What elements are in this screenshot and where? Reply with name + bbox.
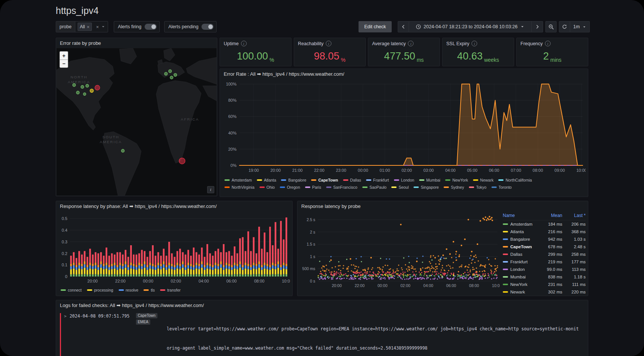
chevron-down-icon[interactable] [101, 24, 105, 29]
legend-item-newyork[interactable]: NewYork [445, 178, 468, 182]
info-icon[interactable]: i [408, 41, 414, 46]
probe-name-cell[interactable]: London [503, 267, 540, 272]
svg-text:03:00: 03:00 [423, 168, 433, 173]
table-row-amsterdam[interactable]: Amsterdam184 ms206 ms [503, 220, 586, 228]
column-header-mean[interactable]: Mean [540, 213, 562, 218]
legend-item-seoul[interactable]: Seoul [391, 185, 409, 189]
legend-item-newark[interactable]: Newark [473, 178, 494, 182]
stat-unit: % [341, 57, 345, 64]
probe-name-cell[interactable]: Frankfurt [503, 260, 540, 264]
legend-item-atlanta[interactable]: Atlanta [257, 178, 276, 182]
legend-item-tokyo[interactable]: Tokyo [469, 185, 486, 189]
log-expand-icon[interactable]: > [64, 313, 67, 356]
alerts-firing-toggle[interactable] [145, 24, 157, 30]
error-rate-chart[interactable]: 19:0020:0021:0022:0023:0000:0001:0002:00… [222, 79, 586, 174]
legend-item-oregon[interactable]: Oregon [280, 185, 300, 189]
legend-item-singapore[interactable]: Singapore [414, 185, 439, 189]
magnifier-minus-icon [548, 24, 554, 30]
probe-name-cell[interactable]: Newark [503, 290, 540, 294]
probe-name: Dallas [510, 252, 522, 257]
zoom-out-time-button[interactable] [545, 21, 557, 32]
refresh-button[interactable] [559, 21, 570, 32]
log-entry[interactable]: > 2024-04-08 09:07:51.795 CapeTownEMEA l… [60, 313, 585, 356]
legend-item-capetown[interactable]: CapeTown [311, 178, 338, 182]
stat-title: Uptime [224, 41, 239, 46]
table-row-london[interactable]: London99.0 ms113 ms [503, 266, 586, 273]
edit-check-button[interactable]: Edit check [359, 21, 392, 32]
legend-item-mumbai[interactable]: Mumbai [419, 178, 440, 182]
stat-title: Average latency [372, 41, 406, 46]
svg-text:00:00: 00:00 [143, 279, 153, 283]
legend-item-sanfrancisco[interactable]: SanFrancisco [326, 185, 357, 189]
stat-title: Frequency [520, 41, 543, 46]
latency-by-probe-chart[interactable]: 0 s500 ms1 s1.5 s2 s2.5 s20:0022:0000:00… [300, 211, 500, 292]
legend-item-amsterdam[interactable]: Amsterdam [224, 178, 252, 182]
alerts-pending-toggle[interactable] [201, 24, 214, 30]
table-row-atlanta[interactable]: Atlanta216 ms368 ms [503, 228, 586, 235]
latency-by-phase-chart[interactable]: 00.10.20.30.40.520:0022:0000:0002:0004:0… [58, 211, 290, 285]
probe-filter-value-chip[interactable]: All × [78, 23, 92, 31]
table-row-dallas[interactable]: Dallas299 ms258 ms [503, 251, 586, 258]
probe-name-cell[interactable]: NewYork [503, 282, 540, 287]
time-shift-back-button[interactable] [398, 21, 409, 32]
probe-name-cell[interactable]: Amsterdam [503, 222, 540, 226]
series-color-marker [224, 186, 230, 188]
legend-item-tls[interactable]: tls [143, 288, 155, 292]
alerts-firing-filter[interactable]: Alerts firing [114, 21, 160, 32]
map-zoom-out-button[interactable]: − [60, 60, 68, 68]
time-shift-forward-button[interactable] [532, 21, 543, 32]
chip-remove-icon[interactable]: × [87, 24, 90, 30]
legend-item-bangalore[interactable]: Bangalore [281, 178, 306, 182]
mean-value: 838 ms [540, 275, 562, 279]
legend-item-northvirginia[interactable]: NorthVirginia [224, 185, 255, 189]
legend-item-dallas[interactable]: Dallas [343, 178, 361, 182]
svg-text:1 s: 1 s [310, 254, 315, 259]
legend-item-toronto[interactable]: Toronto [491, 185, 512, 189]
table-row-capetown[interactable]: CapeTown678 ms2.48 s [503, 243, 586, 251]
probe-name-cell[interactable]: Mumbai [503, 275, 540, 279]
probe-filter[interactable]: probe All × × [56, 21, 108, 32]
legend-item-connect[interactable]: connect [61, 288, 82, 292]
refresh-interval-dropdown[interactable]: 1m [570, 21, 590, 32]
svg-text:0.5: 0.5 [62, 216, 67, 221]
probe-name-cell[interactable]: Atlanta [503, 229, 540, 234]
filter-clear-icon[interactable]: × [96, 24, 99, 30]
legend-item-northcalifornia[interactable]: NorthCalifornia [498, 178, 532, 182]
legend-item-processing[interactable]: processing [87, 288, 113, 292]
info-icon[interactable]: i [472, 41, 477, 46]
legend-item-frankfurt[interactable]: Frankfurt [366, 178, 389, 182]
mean-value: 99.0 ms [540, 267, 562, 272]
world-map[interactable]: NORTH AMERICA SOUTH AMERICA AFRICA + − i [56, 48, 217, 196]
legend-item-ohio[interactable]: Ohio [259, 185, 275, 189]
alerts-pending-filter[interactable]: Alerts pending [164, 21, 217, 32]
table-row-frankfurt[interactable]: Frankfurt219 ms177 ms [503, 258, 586, 266]
info-icon[interactable]: i [545, 41, 551, 46]
legend-item-transfer[interactable]: transfer [160, 288, 181, 292]
probe-name: NewYork [510, 282, 528, 287]
chevron-right-icon [535, 24, 540, 29]
column-header-name[interactable]: Name [503, 213, 540, 218]
probe-filter-label: probe [56, 21, 75, 32]
log-label-chip[interactable]: EMEA [136, 319, 150, 325]
info-icon[interactable]: i [326, 41, 331, 46]
probe-name-cell[interactable]: Bangalore [503, 237, 540, 241]
table-row-newyork[interactable]: NewYork231 ms111 ms [503, 281, 586, 288]
table-row-mumbai[interactable]: Mumbai838 ms1.18 s [503, 273, 586, 281]
probe-name-cell[interactable]: Dallas [503, 252, 540, 257]
table-row-bangalore[interactable]: Bangalore942 ms1.03 s [503, 235, 586, 243]
legend-item-sydney[interactable]: Sydney [444, 185, 464, 189]
map-zoom-in-button[interactable]: + [60, 51, 68, 60]
legend-item-london[interactable]: London [394, 178, 414, 182]
svg-text:04:00: 04:00 [423, 283, 433, 288]
probe-name-cell[interactable]: CapeTown [503, 244, 540, 249]
legend-item-saopaulo[interactable]: SaoPaulo [362, 185, 387, 189]
svg-text:AMERICA: AMERICA [68, 80, 90, 84]
info-icon[interactable]: i [241, 41, 247, 46]
time-range-picker[interactable]: 2024-04-07 18:21:23 to 2024-04-08 10:03:… [409, 21, 532, 32]
legend-item-resolve[interactable]: resolve [119, 288, 139, 292]
table-row-newark[interactable]: Newark302 ms220 ms [503, 288, 586, 295]
log-label-chip[interactable]: CapeTown [136, 313, 157, 318]
legend-item-paris[interactable]: Paris [305, 185, 321, 189]
column-header-last[interactable]: Last * [562, 213, 586, 218]
map-attribution-icon[interactable]: i [207, 186, 214, 193]
